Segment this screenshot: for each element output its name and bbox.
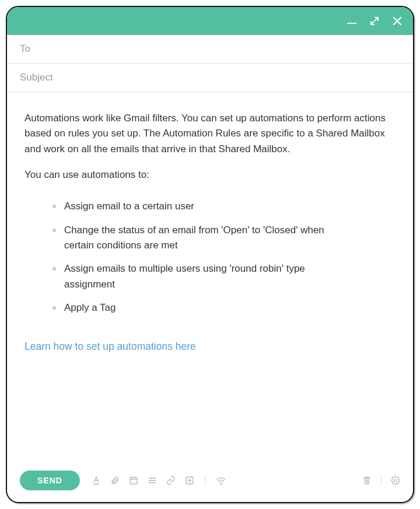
expand-icon[interactable]	[370, 16, 379, 26]
svg-point-17	[220, 484, 222, 485]
to-row	[7, 35, 413, 64]
close-icon[interactable]	[392, 16, 402, 26]
format-toolbar	[92, 475, 351, 486]
send-button[interactable]: SEND	[20, 471, 80, 490]
list-icon[interactable]	[148, 476, 157, 485]
calendar-icon[interactable]	[129, 476, 138, 485]
svg-rect-7	[130, 478, 137, 484]
title-bar	[7, 7, 413, 35]
list-item: Apply a Tag	[52, 300, 327, 315]
subject-field[interactable]	[20, 72, 400, 83]
compose-body[interactable]: Automations work like Gmail filters. You…	[7, 92, 413, 462]
gear-icon[interactable]	[391, 476, 400, 485]
minimize-icon[interactable]	[346, 16, 357, 26]
link-icon[interactable]	[166, 476, 176, 485]
format-text-icon[interactable]	[92, 476, 101, 485]
toolbar-divider	[205, 475, 205, 486]
list-item: Change the status of an email from 'Open…	[52, 223, 327, 254]
bullet-list: Assign email to a certain user Change th…	[24, 199, 396, 315]
subject-row	[7, 64, 413, 92]
toolbar-divider	[381, 475, 382, 486]
trash-icon[interactable]	[362, 476, 372, 485]
compose-footer: SEND	[7, 462, 413, 502]
plus-square-icon[interactable]	[185, 476, 194, 485]
wifi-icon[interactable]	[216, 476, 226, 485]
attachment-icon[interactable]	[110, 476, 120, 485]
body-intro: Automations work like Gmail filters. You…	[24, 111, 396, 157]
svg-point-20	[394, 479, 397, 482]
list-item: Assign email to a certain user	[52, 199, 327, 214]
to-field[interactable]	[20, 43, 400, 55]
learn-more-link[interactable]: Learn how to set up automations here	[24, 340, 196, 352]
compose-window: Automations work like Gmail filters. You…	[6, 6, 414, 503]
list-item: Assign emails to multiple users using 'r…	[52, 261, 327, 292]
body-lead: You can use automations to:	[24, 167, 396, 182]
